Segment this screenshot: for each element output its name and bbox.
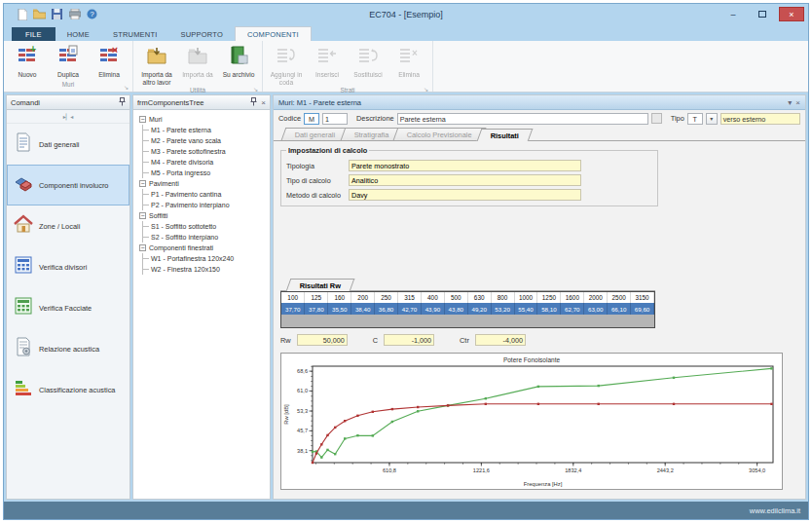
tree-item-m2[interactable]: M2 - Parete vano scala xyxy=(143,135,268,146)
freq-value-cell[interactable]: 66,10 xyxy=(608,303,631,315)
ribbon-tab-supporto[interactable]: SUPPORTO xyxy=(169,27,235,41)
ctr-field[interactable]: -4,000 xyxy=(475,334,526,346)
tab-risultati[interactable]: Risultati xyxy=(477,129,534,141)
codice-field[interactable]: 1 xyxy=(322,113,348,125)
risultati-tab-page: Impostazioni di calcolo TipologiaParete … xyxy=(274,141,805,499)
tree-group-componenti-finestrati[interactable]: −Componenti finestrati xyxy=(139,243,268,253)
freq-value-cell[interactable]: 55,40 xyxy=(514,303,537,315)
tree-group-muri[interactable]: −Muri xyxy=(139,114,268,125)
freq-value-cell[interactable]: 42,70 xyxy=(398,303,422,315)
collapse-icon[interactable]: − xyxy=(139,116,146,123)
freq-value-cell[interactable]: 53,20 xyxy=(491,303,514,315)
tab-calcolo-previsionale[interactable]: Calcolo Previsionale xyxy=(393,128,487,140)
tree-group-label: Componenti finestrati xyxy=(149,244,213,251)
collapse-icon[interactable]: − xyxy=(139,212,146,219)
ribbon-tab-componenti[interactable]: COMPONENTI xyxy=(235,26,312,41)
tree-item-p2[interactable]: P2 - Pavimento interpiano xyxy=(143,200,268,210)
freq-value-cell[interactable]: 37,80 xyxy=(305,303,328,315)
collapse-icon[interactable]: − xyxy=(139,244,146,251)
tree-item-m3[interactable]: M3 - Parete sottofinestra xyxy=(143,146,268,157)
c-field[interactable]: -1,000 xyxy=(384,334,434,346)
sidebar-item-componenti-involucro[interactable]: Componenti involucro xyxy=(7,165,129,205)
blocks-icon xyxy=(14,173,33,197)
sidebar-item-verifica-facciate[interactable]: Verifica Facciate xyxy=(7,287,129,328)
pin-icon[interactable] xyxy=(119,97,126,108)
sidebar-item-dati-generali[interactable]: Dati generali xyxy=(7,124,129,165)
freq-value-cell[interactable]: 35,50 xyxy=(328,303,351,315)
tipo-descrizione-field[interactable]: verso esterno xyxy=(720,113,800,125)
close-icon[interactable]: × xyxy=(795,98,800,107)
tree-item-p1[interactable]: P1 - Pavimento cantina xyxy=(143,189,268,200)
svg-text:45,7: 45,7 xyxy=(297,428,308,433)
svg-text:53,3: 53,3 xyxy=(297,408,308,414)
tree-group-pavimenti[interactable]: −Pavimenti xyxy=(139,178,268,189)
elimina-button[interactable]: ×Elimina xyxy=(89,43,129,81)
freq-value-cell[interactable]: 62,70 xyxy=(561,303,584,315)
freq-value-cell[interactable]: 69,60 xyxy=(631,303,654,315)
c-label: C xyxy=(373,336,378,345)
tree-children: M1 - Parete esternaM2 - Parete vano scal… xyxy=(142,125,268,178)
maximize-button[interactable] xyxy=(750,7,775,21)
minimize-button[interactable]: – xyxy=(720,7,746,21)
tree-item-w2[interactable]: W2 - Finestra 120x150 xyxy=(143,264,268,275)
close-icon[interactable]: × xyxy=(261,98,266,107)
freq-value-cell[interactable]: 49,20 xyxy=(467,303,491,315)
duplica-button[interactable]: Duplica xyxy=(48,43,89,81)
pin-icon[interactable] xyxy=(250,97,257,108)
sidebar-item-classificazione-acustica[interactable]: Classificazione acustica xyxy=(7,369,129,410)
tree-item-m5[interactable]: M5 - Porta ingresso xyxy=(143,168,268,178)
sidebar-item-relazione-acustica[interactable]: Relazione acustica xyxy=(7,328,129,369)
tree-item-w1[interactable]: W1 - Portafinestra 120x240 xyxy=(143,253,268,264)
tab-dati-generali[interactable]: Dati generali xyxy=(281,128,350,140)
rows-replace-icon xyxy=(357,45,379,70)
dialog-launcher-icon[interactable]: ↘ xyxy=(424,86,428,93)
chevron-down-icon[interactable]: ▾ xyxy=(788,98,792,107)
tree-item-s2[interactable]: S2 - Soffitto interpiano xyxy=(143,232,268,243)
rw-field[interactable]: 50,000 xyxy=(297,334,348,346)
app-window: EC704 - [Esempio] ? – × FILEHOMESTRUMENT… xyxy=(3,3,809,520)
tipo-field[interactable]: T xyxy=(687,113,703,125)
su-archivio-button[interactable]: Su archivio xyxy=(218,43,259,87)
ribbon-tab-strumenti[interactable]: STRUMENTI xyxy=(101,27,169,41)
sidebar-item-label: Verifica divisori xyxy=(39,263,87,272)
sidebar-item-verifica-divisori[interactable]: Verifica divisori xyxy=(7,246,129,287)
freq-value-cell[interactable]: 43,80 xyxy=(444,303,467,315)
freq-value-cell[interactable]: 37,70 xyxy=(281,303,305,315)
metodo-di-calcolo-field[interactable]: Davy xyxy=(349,189,581,201)
tipo-di-calcolo-field[interactable]: Analitico xyxy=(349,174,581,186)
ribbon-tab-file[interactable]: FILE xyxy=(12,27,55,41)
ribbon-tab-home[interactable]: HOME xyxy=(55,27,101,41)
descrizione-more-button[interactable] xyxy=(651,113,662,124)
importa-da-altro-lavor-button[interactable]: Importa da altro lavor xyxy=(136,43,177,87)
ribbon-group-label: Muri↘ xyxy=(7,81,129,92)
collapse-icon[interactable]: − xyxy=(139,180,146,187)
freq-header-cell: 2500 xyxy=(608,292,631,303)
archive-icon xyxy=(228,45,249,70)
tree-item-m1[interactable]: M1 - Parete esterna xyxy=(143,125,268,135)
tree-item-s1[interactable]: S1 - Soffitto sottotetto xyxy=(143,221,268,232)
dialog-launcher-icon[interactable]: ↘ xyxy=(124,84,129,91)
nuovo-button[interactable]: +Nuovo xyxy=(7,43,48,81)
edilclima-link[interactable]: www.edilclima.it xyxy=(750,506,800,515)
freq-value-cell[interactable]: 36,80 xyxy=(375,303,398,315)
dialog-launcher-icon[interactable]: ↘ xyxy=(253,86,258,93)
freq-value-cell[interactable]: 38,40 xyxy=(351,303,375,315)
descrizione-field[interactable]: Parete esterna xyxy=(397,113,648,125)
sidebar-item-zone-locali[interactable]: Zone / Locali xyxy=(7,205,129,246)
freq-value-cell[interactable]: 63,00 xyxy=(584,303,608,315)
sidebar-items: Dati generaliComponenti involucroZone / … xyxy=(7,124,129,410)
ribbon-tab-strip: FILEHOMESTRUMENTISUPPORTOCOMPONENTI xyxy=(4,24,808,41)
impostazioni-row: Tipo di calcoloAnalitico xyxy=(286,174,652,186)
sidebar-splitter-handle[interactable]: ▸▏◂ xyxy=(7,110,129,124)
tab-risultati-rw[interactable]: Risultati Rw xyxy=(286,279,355,291)
codice-prefix-field[interactable]: M xyxy=(304,113,319,125)
tree-group-soffitti[interactable]: −Soffitti xyxy=(139,210,268,221)
ribbon-button-label: Sostituisci xyxy=(353,71,383,79)
freq-value-cell[interactable]: 58,10 xyxy=(537,303,561,315)
calc-blue-icon xyxy=(14,255,33,279)
close-button[interactable]: × xyxy=(779,7,804,21)
freq-value-cell[interactable]: 43,90 xyxy=(421,303,444,315)
tipo-dropdown-icon[interactable]: ▾ xyxy=(706,113,718,125)
tree-item-m4[interactable]: M4 - Parete divisoria xyxy=(143,157,268,168)
tipologia-field[interactable]: Parete monostrato xyxy=(349,160,581,171)
